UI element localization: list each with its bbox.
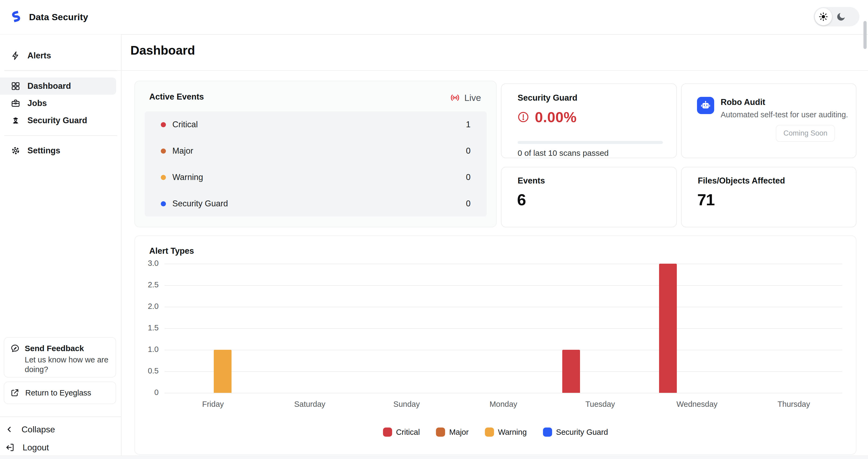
app-logo-icon: [9, 10, 24, 25]
header-divider: [4, 70, 868, 71]
logout-button[interactable]: Logout: [0, 439, 122, 456]
vertical-scrollbar-thumb[interactable]: [863, 21, 867, 49]
x-axis-tick: Tuesday: [552, 400, 649, 409]
legend-label: Warning: [498, 428, 527, 437]
legend-item-critical: Critical: [383, 428, 420, 437]
robo-audit-description: Automated self-test for user auditing.: [721, 110, 848, 119]
legend-swatch: [543, 428, 552, 437]
active-events-row-major: Major 0: [145, 138, 487, 164]
top-bar: Data Security: [0, 0, 868, 35]
y-axis-tick: 0.5: [134, 367, 159, 375]
sidebar-divider: [0, 417, 122, 417]
feedback-subtitle: Let us know how we are doing?: [25, 355, 110, 374]
bolt-icon: [11, 51, 21, 60]
legend-swatch: [436, 428, 445, 437]
feedback-title: Send Feedback: [25, 344, 84, 353]
logout-label: Logout: [23, 442, 49, 453]
bar-warning-friday: [214, 350, 231, 393]
row-label: Major: [173, 146, 193, 156]
row-value: 0: [466, 146, 471, 156]
active-events-title: Active Events: [149, 92, 204, 102]
dark-mode-button[interactable]: [833, 8, 850, 25]
x-axis-tick: Thursday: [745, 400, 842, 409]
sidebar-item-label: Alerts: [27, 51, 51, 60]
gear-icon: [11, 146, 21, 155]
collapse-button[interactable]: Collapse: [0, 421, 122, 437]
y-axis-tick: 3.0: [134, 259, 159, 268]
scan-pass-percent: 0.00%: [535, 109, 577, 125]
legend-item-major: Major: [436, 428, 469, 437]
files-affected-count: 71: [697, 191, 715, 209]
sidebar-item-dashboard[interactable]: Dashboard: [0, 78, 116, 95]
page-title: Dashboard: [130, 43, 195, 58]
theme-toggle[interactable]: [814, 7, 859, 26]
robo-audit-title: Robo Audit: [721, 97, 765, 107]
sidebar-item-alerts[interactable]: Alerts: [0, 47, 116, 64]
robo-audit-card: Robo Audit Automated self-test for user …: [681, 83, 857, 158]
row-value: 0: [466, 172, 471, 182]
active-events-row-security-guard: Security Guard 0: [145, 191, 487, 217]
gridline: [164, 371, 842, 372]
light-mode-button[interactable]: [815, 8, 832, 25]
row-label: Warning: [173, 172, 203, 182]
gridline: [164, 350, 842, 350]
live-indicator: Live: [449, 92, 481, 103]
sidebar-item-label: Jobs: [27, 98, 47, 108]
active-events-row-warning: Warning 0: [145, 164, 487, 191]
legend-swatch: [383, 428, 392, 437]
return-to-eyeglass-label: Return to Eyeglass: [25, 389, 91, 397]
x-axis-tick: Friday: [164, 400, 261, 409]
x-axis-tick: Wednesday: [649, 400, 745, 409]
events-count: 6: [517, 191, 526, 209]
live-broadcast-icon: [449, 92, 461, 103]
gridline: [164, 393, 842, 393]
row-value: 1: [466, 120, 471, 130]
sun-icon: [818, 12, 828, 22]
alert-circle-icon: [517, 111, 529, 123]
gridline: [164, 285, 842, 286]
files-affected-card: Files/Objects Affected 71: [681, 167, 857, 227]
legend-label: Critical: [396, 428, 420, 437]
major-dot: [161, 148, 166, 154]
row-value: 0: [466, 199, 471, 208]
x-axis-tick: Monday: [455, 400, 552, 409]
critical-dot: [161, 122, 166, 127]
chevron-left-icon: [5, 425, 13, 433]
x-axis-tick: Sunday: [358, 400, 455, 409]
sidebar-item-security-guard[interactable]: Security Guard: [0, 112, 116, 129]
active-events-card: Active Events Live Critical 1 Major 0: [134, 81, 497, 227]
return-to-eyeglass-button[interactable]: Return to Eyeglass: [4, 381, 116, 404]
guard-icon: [11, 116, 21, 125]
data-security-app: Data Security: [0, 0, 868, 459]
row-label: Security Guard: [173, 199, 228, 208]
sidebar-item-label: Settings: [27, 146, 60, 155]
legend-item-warning: Warning: [485, 428, 527, 437]
sidebar-item-label: Security Guard: [27, 116, 87, 125]
legend-swatch: [485, 428, 494, 437]
live-label: Live: [464, 92, 481, 103]
sidebar: Alerts Dashboard Jobs: [0, 34, 122, 459]
y-axis-tick: 1.5: [134, 323, 159, 332]
sidebar-divider: [4, 135, 117, 136]
y-axis-tick: 1.0: [134, 345, 159, 354]
send-feedback-card[interactable]: Send Feedback Let us know how we are doi…: [4, 337, 116, 377]
chart-legend: CriticalMajorWarningSecurity Guard: [383, 428, 608, 437]
sidebar-item-label: Dashboard: [27, 81, 71, 91]
files-affected-title: Files/Objects Affected: [698, 176, 785, 185]
app-title: Data Security: [29, 12, 88, 22]
grid-icon: [11, 81, 21, 91]
events-title: Events: [518, 176, 545, 185]
security-guard-card: Security Guard 0.00% 0 of last 10 scans …: [501, 83, 677, 158]
y-axis-tick: 2.0: [134, 302, 159, 311]
chart-title: Alert Types: [149, 246, 194, 256]
coming-soon-button[interactable]: Coming Soon: [776, 125, 835, 142]
row-label: Critical: [173, 120, 198, 130]
sidebar-item-jobs[interactable]: Jobs: [0, 95, 116, 112]
legend-item-security-guard: Security Guard: [543, 428, 608, 437]
briefcase-icon: [11, 98, 21, 108]
feedback-bubble-icon: [10, 344, 20, 353]
legend-label: Major: [449, 428, 469, 437]
scan-progress-bar: [518, 141, 663, 144]
y-axis-tick: 0: [134, 388, 159, 397]
sidebar-item-settings[interactable]: Settings: [0, 142, 116, 159]
